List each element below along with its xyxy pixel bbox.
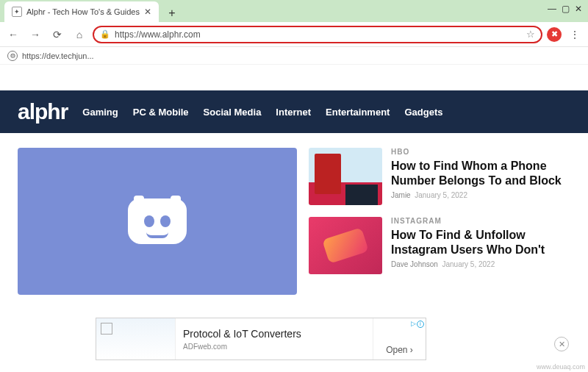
- article-thumb: [309, 148, 382, 205]
- tab-favicon: ✦: [12, 7, 22, 17]
- article-byline: Dave Johnson January 5, 2022: [391, 260, 570, 268]
- ad-banner[interactable]: Ad Protocol & IoT Converters ADFweb.com …: [96, 318, 426, 360]
- article-item[interactable]: INSTAGRAM How To Find & Unfollow Instagr…: [309, 217, 570, 274]
- ad-info-icon[interactable]: ▷i: [411, 320, 424, 328]
- article-category: HBO: [391, 148, 570, 156]
- browser-tab[interactable]: ✦ Alphr - Tech How To's & Guides ✕: [4, 1, 159, 22]
- tab-strip: ✦ Alphr - Tech How To's & Guides ✕ +: [0, 0, 588, 22]
- nav-pc-mobile[interactable]: PC & Mobile: [133, 107, 189, 118]
- window-close-button[interactable]: ✕: [572, 2, 585, 15]
- watermark: www.deuaq.com: [537, 363, 585, 371]
- browser-toolbar: ← → ⟳ ⌂ 🔒 ☆ ✖ ⋮: [0, 22, 588, 47]
- site-navbar: alphr Gaming PC & Mobile Social Media In…: [0, 90, 588, 133]
- article-title: How to Find Whom a Phone Number Belongs …: [391, 159, 570, 188]
- new-tab-button[interactable]: +: [163, 4, 181, 22]
- nav-internet[interactable]: Internet: [276, 107, 311, 118]
- article-title: How To Find & Unfollow Instagram Users W…: [391, 228, 570, 257]
- back-button[interactable]: ←: [4, 26, 22, 43]
- article-item[interactable]: HBO How to Find Whom a Phone Number Belo…: [309, 148, 570, 205]
- kebab-menu-icon[interactable]: ⋮: [566, 26, 584, 43]
- lock-icon: 🔒: [100, 29, 110, 39]
- hero-card[interactable]: [18, 148, 297, 295]
- site-logo[interactable]: alphr: [18, 99, 68, 124]
- article-list: HBO How to Find Whom a Phone Number Belo…: [309, 148, 570, 295]
- page-content: alphr Gaming PC & Mobile Social Media In…: [0, 90, 588, 310]
- nav-gaming[interactable]: Gaming: [82, 107, 118, 118]
- home-button[interactable]: ⌂: [71, 26, 88, 43]
- maximize-button[interactable]: ▢: [559, 2, 572, 15]
- content-row: HBO How to Find Whom a Phone Number Belo…: [0, 133, 588, 310]
- ad-domain: ADFweb.com: [183, 343, 365, 351]
- minimize-button[interactable]: —: [545, 2, 559, 15]
- article-category: INSTAGRAM: [391, 217, 570, 225]
- tab-close-icon[interactable]: ✕: [144, 7, 151, 17]
- discord-icon: [128, 198, 187, 244]
- nav-social-media[interactable]: Social Media: [204, 107, 262, 118]
- address-bar[interactable]: 🔒 ☆: [93, 26, 542, 43]
- nav-entertainment[interactable]: Entertainment: [326, 107, 390, 118]
- ad-close-button[interactable]: ✕: [554, 337, 569, 351]
- nav-gadgets[interactable]: Gadgets: [404, 107, 442, 118]
- tab-title: Alphr - Tech How To's & Guides: [26, 7, 140, 16]
- forward-button[interactable]: →: [26, 26, 44, 43]
- ad-image: [96, 318, 176, 360]
- reload-button[interactable]: ⟳: [49, 26, 66, 43]
- article-byline: Jamie January 5, 2022: [391, 191, 570, 199]
- bookmark-star-icon[interactable]: ☆: [526, 29, 535, 40]
- ad-headline: Protocol & IoT Converters: [183, 328, 365, 340]
- bookmarks-bar: ◍ https://dev.techjun...: [0, 47, 588, 65]
- url-input[interactable]: [115, 29, 522, 40]
- bookmark-item[interactable]: https://dev.techjun...: [22, 51, 94, 60]
- extension-icon[interactable]: ✖: [547, 27, 562, 42]
- article-thumb: [309, 217, 382, 274]
- globe-icon: ◍: [7, 51, 18, 61]
